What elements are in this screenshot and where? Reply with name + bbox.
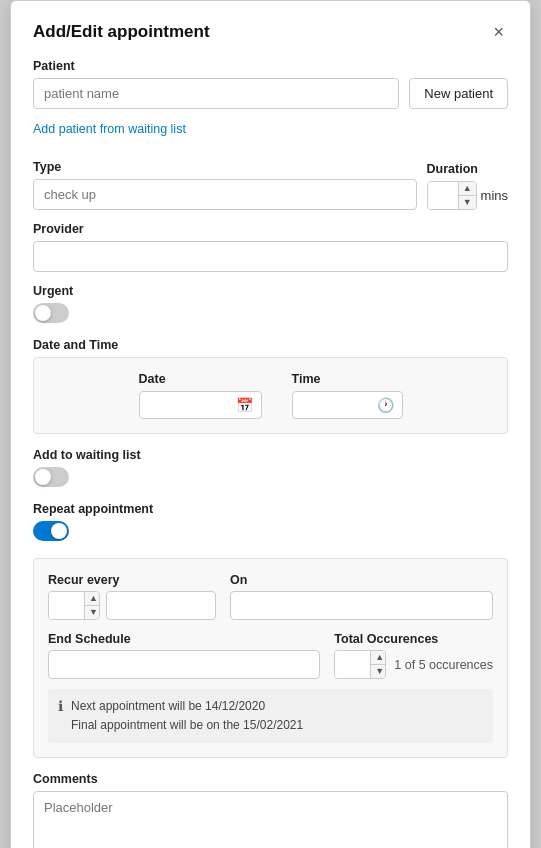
occ-spin-btns: ▲ ▼ — [370, 651, 386, 678]
time-field: Time 11:00 am 🕐 — [292, 372, 403, 419]
urgent-section: Urgent — [33, 284, 508, 326]
repeat-toggle-thumb — [51, 523, 67, 539]
occ-count-input[interactable]: 5 — [335, 651, 370, 678]
duration-col: Duration 15 ▲ ▼ mins — [427, 162, 508, 210]
modal-title: Add/Edit appointment — [33, 22, 210, 42]
repeat-section: Repeat appointment — [33, 502, 508, 544]
patient-label: Patient — [33, 59, 508, 73]
type-duration-row: Type Duration 15 ▲ ▼ mins — [33, 160, 508, 210]
info-line1: Next appointment will be 14/12/2020 — [71, 699, 265, 713]
comments-section: Comments — [33, 772, 508, 848]
type-input[interactable] — [33, 179, 417, 210]
recur-every-label: Recur every — [48, 573, 216, 587]
recur-on-field: On Monday — [230, 573, 493, 620]
end-schedule-label: End Schedule — [48, 632, 320, 646]
recur-up-button[interactable]: ▲ — [85, 592, 100, 606]
date-input[interactable]: 01/12/2020 — [148, 398, 230, 413]
date-label: Date — [139, 372, 262, 386]
urgent-toggle-thumb — [35, 305, 51, 321]
duration-inner: 15 ▲ ▼ mins — [427, 181, 508, 210]
add-waiting-list-link[interactable]: Add patient from waiting list — [33, 122, 186, 136]
time-input[interactable]: 11:00 am — [301, 398, 371, 413]
recur-period-input[interactable]: weeks — [106, 591, 216, 620]
info-line2: Final appointment will be on the 15/02/2… — [71, 718, 303, 732]
waiting-list-toggle[interactable] — [33, 467, 69, 487]
type-col: Type — [33, 160, 417, 210]
repeat-toggle[interactable] — [33, 521, 69, 541]
calendar-icon: 📅 — [236, 397, 253, 413]
total-occ-field: Total Occurences 5 ▲ ▼ 1 of 5 occurences — [334, 632, 493, 679]
datetime-section: Date and Time Date 01/12/2020 📅 Time 11:… — [33, 338, 508, 434]
date-input-wrap: 01/12/2020 📅 — [139, 391, 262, 419]
type-label: Type — [33, 160, 417, 174]
recur-on-input[interactable]: Monday — [230, 591, 493, 620]
comments-textarea[interactable] — [33, 791, 508, 848]
repeat-label: Repeat appointment — [33, 502, 508, 516]
modal: Add/Edit appointment × Patient New patie… — [10, 0, 531, 848]
end-schedule-row: End Schedule After Total Occurences 5 ▲ … — [48, 632, 493, 679]
occ-of-label: 1 of 5 occurences — [394, 658, 493, 672]
patient-row: New patient — [33, 78, 508, 109]
total-occ-wrap: 5 ▲ ▼ 1 of 5 occurences — [334, 650, 493, 679]
patient-input[interactable] — [33, 78, 399, 109]
modal-header: Add/Edit appointment × — [33, 21, 508, 43]
info-text: Next appointment will be 14/12/2020 Fina… — [71, 697, 303, 735]
waiting-list-section: Add to waiting list — [33, 448, 508, 490]
duration-down-button[interactable]: ▼ — [459, 196, 476, 209]
end-schedule-input[interactable]: After — [48, 650, 320, 679]
occ-down-button[interactable]: ▼ — [371, 665, 386, 678]
provider-label: Provider — [33, 222, 508, 236]
provider-input[interactable]: John Smith — [33, 241, 508, 272]
recur-down-button[interactable]: ▼ — [85, 606, 100, 619]
end-schedule-field: End Schedule After — [48, 632, 320, 679]
datetime-box: Date 01/12/2020 📅 Time 11:00 am 🕐 — [33, 357, 508, 434]
duration-up-button[interactable]: ▲ — [459, 182, 476, 196]
date-field: Date 01/12/2020 📅 — [139, 372, 262, 419]
patient-section: Patient New patient Add patient from wai… — [33, 59, 508, 148]
datetime-label: Date and Time — [33, 338, 508, 352]
time-label: Time — [292, 372, 403, 386]
new-patient-button[interactable]: New patient — [409, 78, 508, 109]
duration-label: Duration — [427, 162, 508, 176]
provider-section: Provider John Smith — [33, 222, 508, 272]
duration-unit: mins — [481, 188, 508, 203]
urgent-toggle[interactable] — [33, 303, 69, 323]
time-input-wrap: 11:00 am 🕐 — [292, 391, 403, 419]
info-box: ℹ Next appointment will be 14/12/2020 Fi… — [48, 689, 493, 743]
recur-every-row: Recur every 2 ▲ ▼ weeks On Monday — [48, 573, 493, 620]
close-button[interactable]: × — [489, 21, 508, 43]
occ-up-button[interactable]: ▲ — [371, 651, 386, 665]
comments-label: Comments — [33, 772, 508, 786]
recur-spin-btns: ▲ ▼ — [84, 592, 100, 619]
duration-input[interactable]: 15 — [428, 182, 458, 209]
recur-on-label: On — [230, 573, 493, 587]
waiting-list-toggle-thumb — [35, 469, 51, 485]
info-icon: ℹ — [58, 698, 63, 714]
total-occ-label: Total Occurences — [334, 632, 493, 646]
clock-icon: 🕐 — [377, 397, 394, 413]
recur-number-input[interactable]: 2 — [49, 592, 84, 619]
duration-input-wrap: 15 ▲ ▼ — [427, 181, 477, 210]
duration-spin-btns: ▲ ▼ — [458, 182, 476, 209]
urgent-label: Urgent — [33, 284, 508, 298]
recur-number-wrap: 2 ▲ ▼ — [48, 591, 100, 620]
occ-count-wrap: 5 ▲ ▼ — [334, 650, 386, 679]
waiting-list-label: Add to waiting list — [33, 448, 508, 462]
recur-every-field: Recur every 2 ▲ ▼ weeks — [48, 573, 216, 620]
recur-box: Recur every 2 ▲ ▼ weeks On Monday — [33, 558, 508, 758]
